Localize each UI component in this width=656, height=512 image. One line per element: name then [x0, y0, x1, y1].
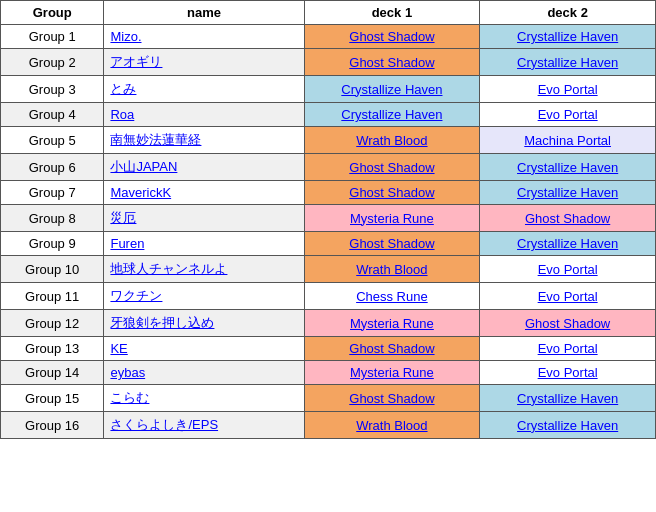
deck2-cell[interactable]: Crystallize Haven: [480, 25, 656, 49]
deck2-cell[interactable]: Crystallize Haven: [480, 49, 656, 76]
deck2-link[interactable]: Evo Portal: [538, 82, 598, 97]
deck2-cell[interactable]: Crystallize Haven: [480, 385, 656, 412]
deck2-cell[interactable]: Evo Portal: [480, 256, 656, 283]
deck1-cell[interactable]: Ghost Shadow: [304, 181, 480, 205]
deck1-cell[interactable]: Ghost Shadow: [304, 25, 480, 49]
deck1-link[interactable]: Ghost Shadow: [349, 29, 434, 44]
deck2-link[interactable]: Evo Portal: [538, 341, 598, 356]
deck1-cell[interactable]: Ghost Shadow: [304, 232, 480, 256]
deck1-link[interactable]: Ghost Shadow: [349, 160, 434, 175]
player-link[interactable]: こらむ: [110, 390, 149, 405]
player-link[interactable]: Mizo.: [110, 29, 141, 44]
deck1-link[interactable]: Ghost Shadow: [349, 236, 434, 251]
deck1-cell[interactable]: Mysteria Rune: [304, 310, 480, 337]
deck2-link[interactable]: Evo Portal: [538, 365, 598, 380]
name-cell[interactable]: eybas: [104, 361, 304, 385]
deck1-link[interactable]: Wrath Blood: [356, 418, 427, 433]
deck1-link[interactable]: Ghost Shadow: [349, 185, 434, 200]
deck2-link[interactable]: Crystallize Haven: [517, 29, 618, 44]
deck2-cell[interactable]: Evo Portal: [480, 337, 656, 361]
table-row: Group 11ワクチンChess RuneEvo Portal: [1, 283, 656, 310]
group-cell: Group 16: [1, 412, 104, 439]
deck1-link[interactable]: Chess Rune: [356, 289, 428, 304]
deck2-cell[interactable]: Crystallize Haven: [480, 154, 656, 181]
deck2-link[interactable]: Crystallize Haven: [517, 55, 618, 70]
deck2-cell[interactable]: Evo Portal: [480, 283, 656, 310]
player-link[interactable]: eybas: [110, 365, 145, 380]
deck1-cell[interactable]: Mysteria Rune: [304, 205, 480, 232]
player-link[interactable]: 南無妙法蓮華経: [110, 132, 201, 147]
name-cell[interactable]: 地球人チャンネルよ: [104, 256, 304, 283]
player-link[interactable]: 小山JAPAN: [110, 159, 177, 174]
deck1-cell[interactable]: Ghost Shadow: [304, 337, 480, 361]
name-cell[interactable]: こらむ: [104, 385, 304, 412]
deck1-link[interactable]: Ghost Shadow: [349, 391, 434, 406]
deck1-cell[interactable]: Wrath Blood: [304, 127, 480, 154]
deck2-cell[interactable]: Crystallize Haven: [480, 232, 656, 256]
deck2-link[interactable]: Evo Portal: [538, 262, 598, 277]
deck1-cell[interactable]: Chess Rune: [304, 283, 480, 310]
deck2-cell[interactable]: Crystallize Haven: [480, 181, 656, 205]
deck2-cell[interactable]: Evo Portal: [480, 103, 656, 127]
name-cell[interactable]: ワクチン: [104, 283, 304, 310]
deck2-cell[interactable]: Evo Portal: [480, 76, 656, 103]
deck2-cell[interactable]: Machina Portal: [480, 127, 656, 154]
deck1-link[interactable]: Mysteria Rune: [350, 211, 434, 226]
deck2-link[interactable]: Crystallize Haven: [517, 391, 618, 406]
player-link[interactable]: KE: [110, 341, 127, 356]
deck1-cell[interactable]: Ghost Shadow: [304, 154, 480, 181]
deck1-link[interactable]: Ghost Shadow: [349, 55, 434, 70]
deck1-link[interactable]: Crystallize Haven: [341, 107, 442, 122]
group-cell: Group 14: [1, 361, 104, 385]
player-link[interactable]: Roa: [110, 107, 134, 122]
deck2-link[interactable]: Crystallize Haven: [517, 236, 618, 251]
name-cell[interactable]: KE: [104, 337, 304, 361]
name-cell[interactable]: Furen: [104, 232, 304, 256]
name-cell[interactable]: Mizo.: [104, 25, 304, 49]
player-link[interactable]: 地球人チャンネルよ: [110, 261, 227, 276]
deck1-cell[interactable]: Ghost Shadow: [304, 385, 480, 412]
deck1-cell[interactable]: Mysteria Rune: [304, 361, 480, 385]
deck2-cell[interactable]: Ghost Shadow: [480, 205, 656, 232]
deck1-link[interactable]: Ghost Shadow: [349, 341, 434, 356]
deck1-link[interactable]: Mysteria Rune: [350, 365, 434, 380]
player-link[interactable]: とみ: [110, 81, 136, 96]
deck1-link[interactable]: Wrath Blood: [356, 262, 427, 277]
deck2-cell[interactable]: Evo Portal: [480, 361, 656, 385]
name-cell[interactable]: Roa: [104, 103, 304, 127]
name-cell[interactable]: 南無妙法蓮華経: [104, 127, 304, 154]
deck2-link[interactable]: Evo Portal: [538, 289, 598, 304]
deck2-link[interactable]: Evo Portal: [538, 107, 598, 122]
deck1-link[interactable]: Wrath Blood: [356, 133, 427, 148]
deck1-link[interactable]: Mysteria Rune: [350, 316, 434, 331]
deck2-cell[interactable]: Ghost Shadow: [480, 310, 656, 337]
name-cell[interactable]: アオギリ: [104, 49, 304, 76]
deck1-link[interactable]: Crystallize Haven: [341, 82, 442, 97]
deck2-cell[interactable]: Crystallize Haven: [480, 412, 656, 439]
deck1-cell[interactable]: Crystallize Haven: [304, 76, 480, 103]
player-link[interactable]: 牙狼剣を押し込め: [110, 315, 214, 330]
deck1-cell[interactable]: Ghost Shadow: [304, 49, 480, 76]
player-link[interactable]: アオギリ: [110, 54, 162, 69]
deck2-link[interactable]: Crystallize Haven: [517, 418, 618, 433]
name-cell[interactable]: MaverickK: [104, 181, 304, 205]
deck2-link[interactable]: Ghost Shadow: [525, 211, 610, 226]
player-link[interactable]: 災厄: [110, 210, 136, 225]
group-cell: Group 13: [1, 337, 104, 361]
name-cell[interactable]: とみ: [104, 76, 304, 103]
player-link[interactable]: MaverickK: [110, 185, 171, 200]
deck1-cell[interactable]: Wrath Blood: [304, 256, 480, 283]
name-cell[interactable]: 災厄: [104, 205, 304, 232]
deck2-link[interactable]: Machina Portal: [524, 133, 611, 148]
name-cell[interactable]: さくらよしき/EPS: [104, 412, 304, 439]
deck2-link[interactable]: Crystallize Haven: [517, 185, 618, 200]
player-link[interactable]: ワクチン: [110, 288, 162, 303]
deck1-cell[interactable]: Wrath Blood: [304, 412, 480, 439]
player-link[interactable]: さくらよしき/EPS: [110, 417, 218, 432]
name-cell[interactable]: 牙狼剣を押し込め: [104, 310, 304, 337]
deck2-link[interactable]: Crystallize Haven: [517, 160, 618, 175]
deck1-cell[interactable]: Crystallize Haven: [304, 103, 480, 127]
deck2-link[interactable]: Ghost Shadow: [525, 316, 610, 331]
name-cell[interactable]: 小山JAPAN: [104, 154, 304, 181]
player-link[interactable]: Furen: [110, 236, 144, 251]
